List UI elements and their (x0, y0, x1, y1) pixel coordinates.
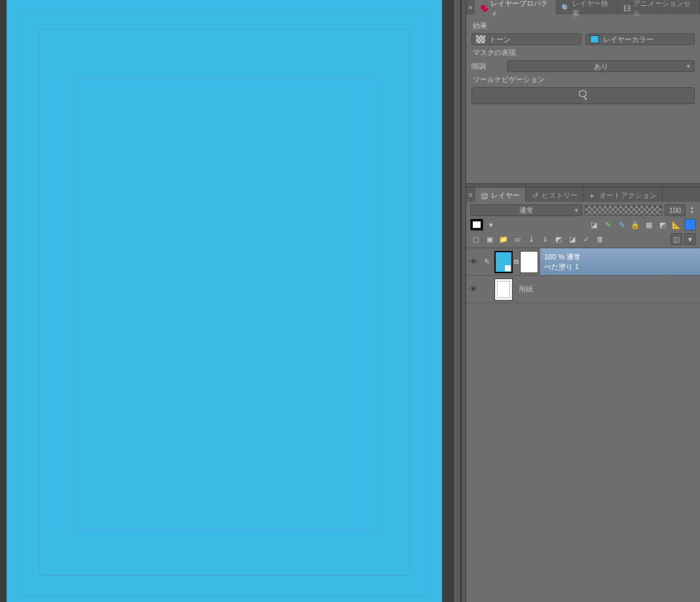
wrench-icon (480, 5, 488, 12)
panel-grip[interactable]: ≡ (466, 187, 475, 202)
workspace: ≡ レイヤープロパティ 🔍 レイヤー検索 🎞 アニメーションセル 効果 (0, 0, 700, 602)
property-panel-body: 効果 トーン レイヤーカラー マスクの表現 階調 あり (466, 14, 700, 183)
eye-icon[interactable]: 👁 (470, 257, 478, 267)
tab-animation-cel[interactable]: 🎞 アニメーションセル (618, 0, 700, 14)
palette-color-toggle[interactable] (470, 219, 483, 231)
link-icon[interactable]: ⧉ (514, 258, 519, 266)
ruler-enable-icon[interactable]: ✓ (580, 233, 592, 245)
layer-thumbnail-paper[interactable] (494, 278, 513, 301)
mask-expression-label: マスクの表現 (473, 48, 695, 58)
tone-label: トーン (489, 35, 511, 45)
layer-panel: ≡ レイヤー ↺ ヒストリー ▸ オートアクション (466, 187, 700, 602)
panel-resize-bar[interactable] (461, 0, 466, 602)
new-folder-icon[interactable]: 📁 (498, 233, 509, 245)
tab-layer-label: レイヤー (491, 191, 520, 200)
chevron-down-icon[interactable]: ▾ (485, 219, 497, 231)
cube-cursor-icon (578, 90, 589, 102)
tone-swatch-icon (476, 35, 485, 43)
tab-auto-action[interactable]: ▸ オートアクション (583, 187, 663, 202)
layer-info-fill[interactable]: 100 % 通常 べた塗り 1 (540, 248, 700, 275)
tool-navigation-button[interactable] (471, 87, 695, 104)
merge-down-icon[interactable]: ⇓ (539, 233, 551, 245)
tab-history[interactable]: ↺ ヒストリー (526, 187, 583, 202)
blend-mode-dropdown[interactable]: 通常 (470, 204, 582, 216)
opacity-stepper[interactable]: ▲▼ (688, 206, 696, 215)
layer-controls: 通常 100 ▲▼ ▾ ◪ ✎ ✎ 🔒 ▦ (466, 202, 700, 248)
opacity-value-field[interactable]: 100 (665, 204, 686, 216)
layer-row-fill[interactable]: 👁 ✎ ⧉ 100 % 通常 べた塗り 1 (466, 248, 700, 276)
layer-color-swatch-icon (590, 35, 599, 43)
canvas-viewport[interactable] (0, 0, 453, 602)
clip-mask-icon[interactable]: ◪ (588, 219, 600, 231)
gradation-value: あり (594, 62, 608, 71)
layer-name-fill: べた塗り 1 (544, 263, 579, 271)
opacity-slider[interactable] (585, 205, 662, 216)
tool-navigation-label: ツールナビゲーション (473, 75, 695, 85)
mask-enable-icon[interactable]: ◩ (657, 219, 669, 231)
tab-layer[interactable]: レイヤー (475, 187, 526, 202)
layer-thumbnail-fill[interactable] (494, 251, 513, 273)
ruler-icon[interactable]: 📐 (671, 219, 682, 231)
transfer-down-icon[interactable]: ⤓ (525, 233, 537, 245)
history-icon: ↺ (531, 192, 539, 200)
new-frame-icon[interactable]: ▭ (511, 233, 523, 245)
lock-icon[interactable]: 🔒 (629, 219, 641, 231)
panel-menu-icon[interactable]: ▾ (684, 233, 696, 245)
tab-auto-action-label: オートアクション (599, 191, 657, 200)
layer-info-paper[interactable]: 用紙 (515, 276, 700, 303)
opacity-value-text: 100 (669, 206, 681, 214)
pen-indicator-icon: ✎ (484, 257, 490, 266)
layer-property-panel: ≡ レイヤープロパティ 🔍 レイヤー検索 🎞 アニメーションセル 効果 (466, 0, 700, 183)
panel-grip[interactable]: ≡ (466, 0, 475, 14)
apply-mask-icon[interactable]: ◪ (566, 233, 578, 245)
search-icon: 🔍 (562, 5, 570, 12)
draft-layer-icon[interactable]: ✎ (616, 219, 627, 231)
layers-icon (481, 192, 488, 200)
tab-history-label: ヒストリー (542, 191, 578, 200)
two-pane-icon[interactable]: ◫ (671, 233, 682, 245)
film-icon: 🎞 (623, 5, 631, 12)
tone-chip[interactable]: トーン (471, 33, 581, 45)
tab-layer-property[interactable]: レイヤープロパティ (475, 0, 557, 14)
layer-panel-tabstrip: ≡ レイヤー ↺ ヒストリー ▸ オートアクション (466, 187, 700, 202)
safe-guide (72, 79, 377, 531)
layer-color-chip[interactable]: レイヤーカラー (585, 33, 695, 45)
blend-mode-value: 通常 (519, 206, 534, 216)
gradation-dropdown[interactable]: あり (507, 60, 695, 72)
tab-animation-cel-label: アニメーションセル (633, 0, 694, 18)
eye-icon[interactable]: 👁 (470, 284, 478, 294)
layer-mask-thumbnail[interactable] (520, 251, 538, 273)
layer-list: 👁 ✎ ⧉ 100 % 通常 べた塗り 1 👁 (466, 248, 700, 303)
layer-opacity-mode: 100 % 通常 (544, 252, 581, 262)
gradation-row-label: 階調 (471, 62, 503, 71)
play-icon: ▸ (589, 192, 597, 200)
layer-name-paper: 用紙 (519, 285, 533, 293)
layer-row-paper[interactable]: 👁 用紙 (466, 276, 700, 303)
delete-layer-icon[interactable]: 🗑 (594, 233, 606, 245)
tab-layer-property-label: レイヤープロパティ (490, 0, 551, 18)
layer-list-empty-area[interactable] (466, 303, 700, 602)
lock-transparent-icon[interactable]: ▦ (643, 219, 655, 231)
property-panel-tabstrip: ≡ レイヤープロパティ 🔍 レイヤー検索 🎞 アニメーションセル (466, 0, 700, 14)
tab-layer-search[interactable]: 🔍 レイヤー検索 (557, 0, 618, 14)
layer-color-indicator[interactable] (684, 219, 696, 231)
effects-section-label: 効果 (473, 21, 695, 31)
reference-layer-icon[interactable]: ✎ (602, 219, 614, 231)
layer-color-label: レイヤーカラー (603, 35, 654, 45)
new-vector-layer-icon[interactable]: ▣ (484, 233, 496, 245)
tab-layer-search-label: レイヤー検索 (572, 0, 612, 18)
canvas-page[interactable] (7, 0, 442, 602)
panel-gutter[interactable] (453, 0, 461, 602)
side-panels: ≡ レイヤープロパティ 🔍 レイヤー検索 🎞 アニメーションセル 効果 (466, 0, 700, 602)
layer-mask-icon[interactable]: ◩ (553, 233, 564, 245)
new-raster-layer-icon[interactable]: ▢ (470, 233, 482, 245)
